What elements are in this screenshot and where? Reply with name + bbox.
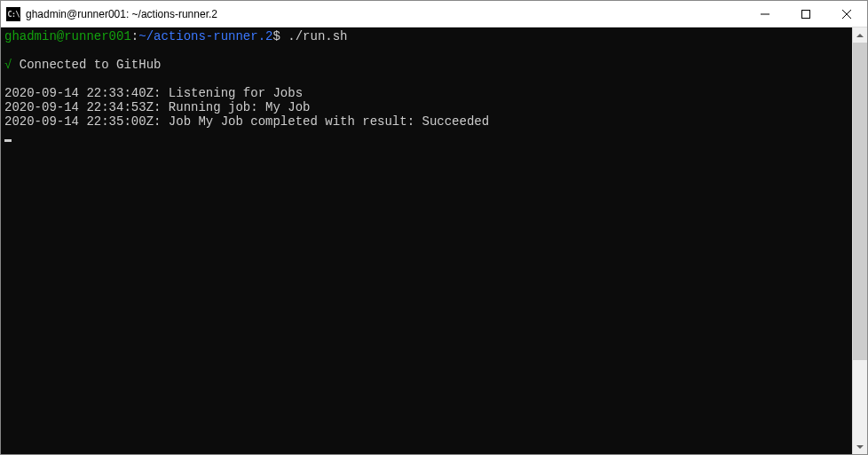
prompt-command: ./run.sh: [288, 29, 347, 43]
log-line: 2020-09-14 22:35:00Z: Job My Job complet…: [4, 114, 489, 129]
maximize-button[interactable]: [785, 1, 826, 27]
console-icon: C:\: [6, 7, 20, 21]
svg-marker-5: [856, 445, 864, 449]
svg-marker-4: [856, 34, 864, 37]
prompt-dollar: $: [272, 29, 280, 43]
log-line: 2020-09-14 22:33:40Z: Listening for Jobs: [4, 86, 303, 100]
vertical-scrollbar[interactable]: [852, 27, 867, 454]
terminal-container: ghadmin@runner001:~/actions-runner.2$ ./…: [1, 27, 867, 454]
connected-text: Connected to GitHub: [12, 58, 161, 72]
svg-rect-1: [802, 10, 810, 18]
prompt-path: ~/actions-runner.2: [138, 29, 272, 43]
chevron-down-icon: [856, 445, 864, 449]
terminal-cursor: [4, 139, 12, 142]
console-window: C:\ ghadmin@runner001: ~/actions-runner.…: [0, 0, 868, 455]
titlebar[interactable]: C:\ ghadmin@runner001: ~/actions-runner.…: [1, 1, 867, 27]
chevron-up-icon: [856, 34, 864, 37]
scroll-down-button[interactable]: [853, 439, 867, 454]
close-button[interactable]: [826, 1, 867, 27]
window-title: ghadmin@runner001: ~/actions-runner.2: [26, 8, 217, 20]
minimize-button[interactable]: [745, 1, 785, 27]
scroll-up-button[interactable]: [853, 27, 867, 43]
scroll-thumb[interactable]: [853, 43, 867, 360]
scroll-track[interactable]: [853, 43, 867, 439]
window-controls: [745, 1, 867, 27]
prompt-user-host: ghadmin@runner001: [4, 29, 131, 43]
prompt-colon: :: [131, 29, 138, 43]
minimize-icon: [761, 10, 769, 19]
titlebar-left: C:\ ghadmin@runner001: ~/actions-runner.…: [6, 7, 217, 21]
maximize-icon: [801, 10, 810, 19]
terminal-output[interactable]: ghadmin@runner001:~/actions-runner.2$ ./…: [1, 27, 852, 454]
log-line: 2020-09-14 22:34:53Z: Running job: My Jo…: [4, 100, 310, 114]
close-icon: [842, 10, 851, 19]
